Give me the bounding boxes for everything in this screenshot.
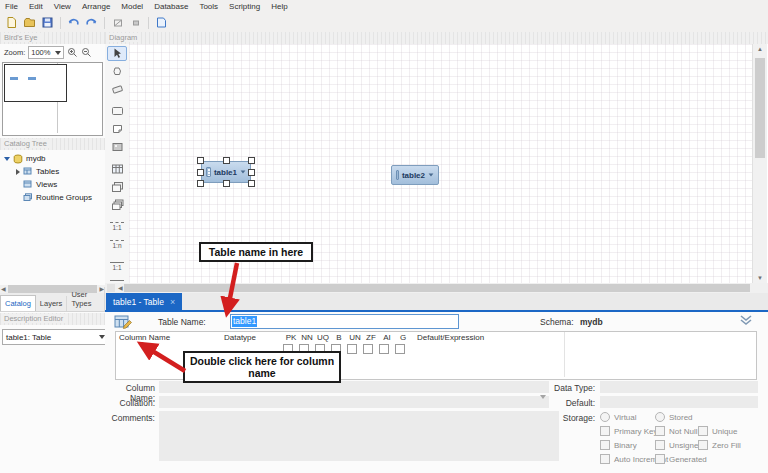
col-header-datatype[interactable]: Datatype (224, 333, 283, 342)
menu-view[interactable]: View (54, 2, 71, 11)
expander-open-icon[interactable] (4, 157, 10, 161)
scroll-left-icon[interactable]: ◀ (117, 284, 124, 292)
selection-handle[interactable] (248, 157, 255, 164)
splitter-grip-icon[interactable] (107, 284, 115, 292)
image-tool-icon[interactable] (107, 140, 127, 155)
routine-group-tool-icon[interactable] (107, 197, 127, 212)
menu-scripting[interactable]: Scripting (229, 2, 260, 11)
checkbox-icon (600, 440, 610, 450)
relationship-11-nonidentifying-tool[interactable]: 1:1 (107, 219, 127, 234)
description-target-select[interactable]: table1: Table (2, 329, 109, 345)
checkbox-icon (600, 426, 610, 436)
selection-handle[interactable] (248, 169, 255, 176)
actual-size-icon[interactable] (128, 15, 143, 30)
col-header-b[interactable]: B (331, 333, 347, 342)
col-header-pk[interactable]: PK (283, 333, 299, 342)
tab-layers[interactable]: Layers (36, 296, 68, 311)
relationship-1n-nonidentifying-tool[interactable]: 1:n (107, 237, 127, 252)
scroll-down-icon[interactable]: ▼ (753, 273, 767, 283)
col-header-un[interactable]: UN (347, 333, 363, 342)
expand-arrow-icon[interactable] (241, 170, 246, 173)
col-header-default-expression[interactable]: Default/Expression (411, 333, 484, 342)
minimap-table1-mark (10, 77, 18, 80)
checkbox-icon (698, 426, 708, 436)
col-header-ai[interactable]: AI (379, 333, 395, 342)
expander-closed-icon[interactable] (16, 169, 20, 175)
zoom-out-icon[interactable] (81, 47, 92, 58)
open-model-icon[interactable] (22, 15, 37, 30)
minimap-viewport[interactable] (4, 64, 67, 102)
col-header-zf[interactable]: ZF (363, 333, 379, 342)
checkbox-icon (655, 440, 665, 450)
tree-node-views[interactable]: Views (0, 178, 105, 191)
hand-tool-icon[interactable] (107, 64, 127, 79)
menu-edit[interactable]: Edit (29, 2, 43, 11)
table1-figure[interactable]: table1 (201, 161, 251, 183)
zoom-level-select[interactable]: 100% (28, 46, 64, 59)
col-header-column-name[interactable]: Column Name (116, 333, 224, 342)
selection-tool-icon[interactable] (107, 46, 127, 61)
table1-title: table1 (214, 168, 237, 177)
menu-database[interactable]: Database (154, 2, 188, 11)
tree-node-tables[interactable]: Tables (0, 165, 105, 178)
solid-line-icon (110, 280, 124, 281)
col-header-g[interactable]: G (395, 333, 411, 342)
generated-checkbox: Generated (655, 454, 707, 464)
fit-page-icon[interactable] (110, 15, 125, 30)
menu-help[interactable]: Help (271, 2, 287, 11)
collapse-panel-icon[interactable] (739, 314, 753, 326)
view-tool-icon[interactable] (107, 179, 127, 194)
not-null-checkbox: Not Null (655, 426, 697, 436)
comments-label: Comments: (107, 413, 155, 423)
menu-arrange[interactable]: Arrange (82, 2, 110, 11)
col-header-nn[interactable]: NN (299, 333, 315, 342)
scrollbar-thumb[interactable] (124, 284, 750, 292)
ai-checkbox[interactable] (379, 344, 389, 354)
table-tool-icon[interactable] (107, 162, 127, 177)
tab-user-types[interactable]: User Types (67, 287, 105, 311)
annotation-column-name: Double click here for column name (183, 351, 341, 383)
redo-icon[interactable] (84, 15, 99, 30)
tab-catalog[interactable]: Catalog (0, 295, 36, 311)
tree-node-routine-groups[interactable]: Routine Groups (0, 191, 105, 204)
col-header-uq[interactable]: UQ (315, 333, 331, 342)
selection-handle[interactable] (223, 157, 230, 164)
diagram-horizontal-scrollbar[interactable]: ◀ (105, 283, 752, 293)
close-icon[interactable]: × (170, 297, 175, 307)
menu-tools[interactable]: Tools (199, 2, 218, 11)
table-icon (396, 170, 399, 180)
table2-figure[interactable]: table2 (391, 165, 439, 185)
birds-eye-minimap[interactable] (2, 62, 103, 136)
un-checkbox[interactable] (347, 344, 357, 354)
scroll-up-icon[interactable]: ▲ (753, 44, 767, 54)
selection-handle[interactable] (197, 157, 204, 164)
selection-handle[interactable] (197, 169, 204, 176)
scrollbar-thumb[interactable] (755, 58, 765, 158)
table-name-input[interactable]: table1 (230, 314, 459, 329)
diagram-vertical-scrollbar[interactable]: ▲ ▼ (752, 44, 767, 283)
zf-checkbox[interactable] (363, 344, 373, 354)
selection-handle[interactable] (248, 180, 255, 187)
menu-model[interactable]: Model (121, 2, 143, 11)
schema-label: Schema: (540, 317, 574, 327)
scroll-left-icon[interactable]: ◀ (0, 285, 7, 293)
menu-file[interactable]: File (5, 2, 18, 11)
undo-icon[interactable] (66, 15, 81, 30)
tree-node-mydb[interactable]: mydb (0, 152, 105, 165)
layer-tool-icon[interactable] (107, 104, 127, 119)
new-diagram-icon[interactable] (154, 15, 169, 30)
tab-table1-editor[interactable]: table1 - Table × (106, 293, 182, 310)
zoom-in-icon[interactable] (67, 47, 78, 58)
dashed-line-icon (110, 240, 124, 241)
relationship-11-identifying-tool[interactable]: 1:1 (107, 259, 127, 274)
expand-arrow-icon[interactable] (429, 173, 434, 176)
g-checkbox[interactable] (395, 344, 405, 354)
checkbox-icon (655, 426, 665, 436)
selection-handle[interactable] (197, 180, 204, 187)
new-model-icon[interactable] (4, 15, 19, 30)
eraser-tool-icon[interactable] (107, 82, 127, 97)
selection-handle[interactable] (223, 180, 230, 187)
note-tool-icon[interactable] (107, 122, 127, 137)
save-model-icon[interactable] (40, 15, 55, 30)
data-type-field (600, 381, 758, 393)
